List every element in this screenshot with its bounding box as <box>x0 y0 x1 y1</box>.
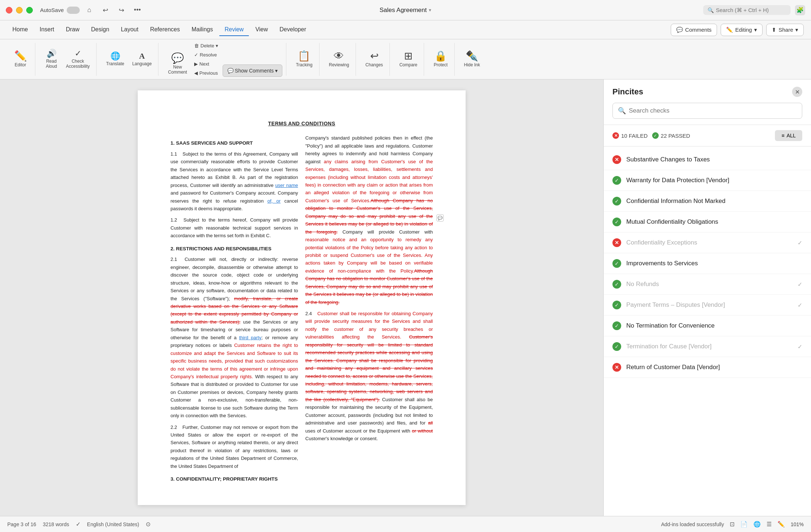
menu-view[interactable]: View <box>250 24 273 36</box>
check-item-1[interactable]: ✓Warranty for Data Protection [Vendor] <box>604 170 811 191</box>
ribbon-language-items: 🌐 Translate A Language <box>103 50 154 69</box>
ribbon-group-compare: ⊞ Compare <box>393 43 424 76</box>
pincites-search-input[interactable] <box>629 107 797 114</box>
hide-ink-button[interactable]: ✒️ Hide Ink <box>461 49 483 70</box>
autosave-label: AutoSave <box>40 7 64 13</box>
show-comments-button[interactable]: 💬 Show Comments ▾ <box>223 64 283 77</box>
undo-icon[interactable]: ↩ <box>100 5 110 15</box>
search-bar[interactable]: 🔍 <box>703 5 791 15</box>
view-icon[interactable]: 📄 <box>740 521 748 528</box>
redo-icon[interactable]: ↪ <box>116 5 126 15</box>
web-icon[interactable]: 🌐 <box>753 521 761 528</box>
filter-failed[interactable]: ✕ 10 FAILED <box>612 132 648 139</box>
check-accessibility-button[interactable]: ✓ CheckAccessibility <box>63 47 93 71</box>
minimize-button[interactable] <box>16 7 23 13</box>
main-area: TERMS AND CONDITIONS 1. SAAS SERVICES AN… <box>0 79 811 516</box>
pincites-search-bar[interactable]: 🔍 <box>612 103 802 119</box>
share-icon: ⬆ <box>772 27 776 33</box>
filter-passed[interactable]: ✓ 22 PASSED <box>652 132 690 139</box>
language-button[interactable]: A Language <box>129 50 154 69</box>
ribbon-group-editor: ✏️ Editor <box>6 43 35 76</box>
translate-button[interactable]: 🌐 Translate <box>103 50 127 69</box>
extension-icon[interactable]: 🧩 <box>795 5 805 15</box>
edit-icon[interactable]: ✏️ <box>777 521 785 528</box>
comment-bubble-icon[interactable]: 💬 <box>436 214 444 222</box>
focus-icon[interactable]: ⊡ <box>730 521 734 528</box>
previous-comment-button[interactable]: ◀ Previous <box>192 69 220 77</box>
check-item-3[interactable]: ✓Mutual Confidentiality Obligations <box>604 212 811 232</box>
read-aloud-button[interactable]: 🔊 ReadAloud <box>42 47 61 71</box>
check-item-6[interactable]: ✓No Refunds✓ <box>604 274 811 295</box>
check-label: Termination for Cause [Vendor] <box>626 343 792 350</box>
comments-icon: 💬 <box>676 27 683 33</box>
close-button[interactable] <box>6 7 12 13</box>
check-item-8[interactable]: ✓No Termination for Convenience <box>604 316 811 336</box>
menu-developer[interactable]: Developer <box>274 24 311 36</box>
document-scroll[interactable]: TERMS AND CONDITIONS 1. SAAS SERVICES AN… <box>0 79 603 516</box>
proofing-icon[interactable]: ✓ <box>76 521 81 528</box>
menu-design[interactable]: Design <box>86 24 114 36</box>
show-comments-chevron: ▾ <box>275 68 278 74</box>
compare-button[interactable]: ⊞ Compare <box>396 49 420 70</box>
new-comment-ribbon-button[interactable]: 💬 NewComment <box>165 51 190 77</box>
menubar-items: Home Insert Draw Design Layout Reference… <box>7 24 671 36</box>
s2-sub2-text: Further, Customer may not remove or expo… <box>171 425 298 469</box>
search-input[interactable] <box>716 7 786 13</box>
menu-layout[interactable]: Layout <box>116 24 144 36</box>
protect-icon: 🔒 <box>434 51 447 61</box>
editor-icon: ✏️ <box>14 51 27 61</box>
ribbon-group-protect: 🔒 Protect <box>427 43 454 76</box>
s2-sub1-text: Customer will not, directly or indirectl… <box>171 257 298 418</box>
protect-button[interactable]: 🔒 Protect <box>431 49 450 70</box>
section2-sub2: 2.2 Further, Customer may not remove or … <box>171 423 298 470</box>
home-icon[interactable]: ⌂ <box>84 5 94 15</box>
layout-icon[interactable]: ☰ <box>767 521 772 528</box>
reviewing-button[interactable]: 👁 Reviewing <box>326 49 352 70</box>
zoom-level: 101% <box>791 521 804 527</box>
menu-references[interactable]: References <box>145 24 185 36</box>
pincites-close-button[interactable]: ✕ <box>792 87 802 97</box>
menu-draw[interactable]: Draw <box>61 24 85 36</box>
menu-mailings[interactable]: Mailings <box>187 24 218 36</box>
previous-icon: ◀ <box>194 70 198 76</box>
all-filter-button[interactable]: ≡ ALL <box>775 130 802 141</box>
check-item-5[interactable]: ✓Improvements to Services <box>604 253 811 274</box>
delete-button[interactable]: 🗑 Delete ▾ <box>192 42 220 50</box>
check-item-2[interactable]: ✓Confidential Information Not Marked <box>604 191 811 212</box>
comments-button[interactable]: 💬 Comments <box>671 24 717 36</box>
autosave-toggle[interactable] <box>67 7 80 14</box>
failed-dot: ✕ <box>612 132 619 139</box>
check-item-0[interactable]: ✕Substantive Changes to Taxes <box>604 149 811 170</box>
resolve-button[interactable]: ✓ Resolve <box>192 51 220 59</box>
changes-button[interactable]: ↩ Changes <box>363 49 386 70</box>
next-label: Next <box>199 61 209 67</box>
maximize-button[interactable] <box>26 7 33 13</box>
changes-icon: ↩ <box>370 51 379 61</box>
sub1-text: Subject to the terms of this Agreement, … <box>171 151 298 211</box>
menu-insert[interactable]: Insert <box>35 24 59 36</box>
ribbon-group-tracking: 📋 Tracking <box>289 43 320 76</box>
comment-marker[interactable]: 💬 <box>436 214 444 222</box>
menu-home[interactable]: Home <box>7 24 33 36</box>
menu-review[interactable]: Review <box>219 24 248 36</box>
editing-button[interactable]: ✏️ Editing ▾ <box>721 24 763 36</box>
check-item-7[interactable]: ✓Payment Terms – Disputes [Vendor]✓ <box>604 295 811 316</box>
accessibility-status-icon[interactable]: ⊙ <box>146 521 150 528</box>
check-passed-icon: ✓ <box>612 218 621 226</box>
pincites-panel: Pincites ✕ 🔍 ✕ 10 FAILED ✓ 22 PASSED ≡ A… <box>603 79 811 516</box>
all-filter-icon: ≡ <box>781 133 784 138</box>
next-comment-button[interactable]: ▶ Next <box>192 60 220 68</box>
editor-button[interactable]: ✏️ Editor <box>9 49 31 70</box>
share-button[interactable]: ⬆ Share ▾ <box>766 24 804 36</box>
check-item-9[interactable]: ✓Termination for Cause [Vendor]✓ <box>604 336 811 357</box>
check-label: Confidential Information Not Marked <box>626 197 802 205</box>
check-item-4[interactable]: ✕Confidentiality Exceptions✓ <box>604 232 811 253</box>
check-item-10[interactable]: ✕Return of Customer Data [Vendor] <box>604 357 811 378</box>
sub2-text: Subject to the terms hereof, Company wil… <box>171 217 298 238</box>
ribbon-group-changes: ↩ Changes <box>359 43 390 76</box>
ribbon-group-reviewing: 👁 Reviewing <box>322 43 356 76</box>
title-chevron-icon[interactable]: ▾ <box>429 7 431 13</box>
more-icon[interactable]: ••• <box>132 5 142 15</box>
pincites-title: Pincites <box>612 87 643 97</box>
tracking-button[interactable]: 📋 Tracking <box>293 49 316 70</box>
